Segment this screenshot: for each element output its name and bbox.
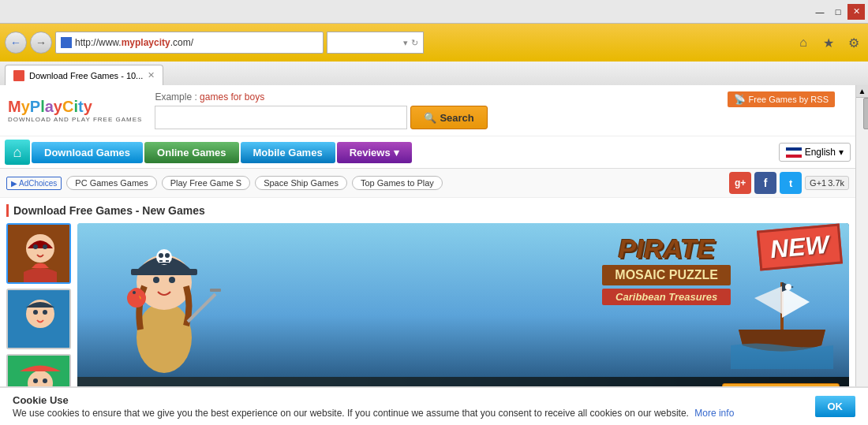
adchoice-play-icon: ▶	[11, 179, 17, 188]
svg-point-13	[137, 302, 192, 373]
cookie-title: Cookie Use	[13, 394, 809, 406]
nav-tabs: ⌂ Download Games Online Games Mobile Gam…	[0, 136, 855, 169]
breadcrumb-tag-1[interactable]: Play Free Game S	[162, 176, 250, 190]
logo-letter-a: a	[45, 99, 54, 114]
logo-letter-y3: y	[84, 99, 92, 114]
svg-point-19	[153, 277, 159, 283]
site-header: M y P l a y C i t y DOWNLOAD AND PLAY FR…	[0, 85, 855, 136]
nav-bar: ← → http://www.myplaycity.com/ ▾ ↻ ⌂ ★ ⚙	[0, 24, 868, 62]
browser-tab[interactable]: Download Free Games - 10... ✕	[5, 65, 163, 85]
address-text: http://www.myplaycity.com/	[75, 37, 193, 48]
section-title: Download Free Games - New Games	[6, 204, 849, 217]
cookie-text-area: Cookie Use We use cookies to ensure that…	[13, 394, 809, 419]
svg-point-11	[33, 378, 38, 383]
nav-icons: ⌂ ★ ⚙	[794, 33, 863, 52]
flag-icon	[786, 147, 802, 158]
scrollbar-thumb[interactable]	[863, 98, 869, 129]
rss-button[interactable]: 📡 Free Games by RSS	[728, 91, 835, 107]
language-dropdown-icon: ▾	[839, 147, 844, 158]
svg-rect-22	[210, 289, 221, 292]
svg-point-20	[169, 277, 175, 283]
facebook-button[interactable]: f	[754, 172, 776, 194]
home-tab-button[interactable]: ⌂	[5, 140, 30, 165]
game-title-sub: Caribbean Treasures	[602, 289, 731, 305]
language-selector[interactable]: English ▾	[779, 143, 851, 162]
svg-point-25	[133, 291, 136, 294]
cookie-bar: Cookie Use We use cookies to ensure that…	[0, 386, 868, 425]
nav-search-box[interactable]: ▾ ↻	[327, 32, 424, 54]
logo-subtitle: DOWNLOAD AND PLAY FREE GAMES	[8, 116, 142, 123]
back-button[interactable]: ←	[5, 32, 27, 54]
svg-point-6	[33, 310, 38, 315]
favorites-button[interactable]: ★	[819, 33, 838, 52]
adchoice-button[interactable]: ▶ AdChoices	[6, 177, 62, 190]
page-wrapper: M y P l a y C i t y DOWNLOAD AND PLAY FR…	[0, 85, 868, 425]
thumb-1-image	[8, 225, 71, 284]
settings-button[interactable]: ⚙	[844, 33, 863, 52]
search-row: 🔍 Search	[155, 106, 487, 129]
tab-close-button[interactable]: ✕	[148, 70, 155, 80]
thumb-2-image	[8, 290, 71, 349]
svg-point-17	[159, 253, 163, 258]
scrollbar[interactable]: ▲ ▼	[855, 85, 868, 425]
address-bar[interactable]: http://www.myplaycity.com/	[55, 32, 324, 54]
tab-bar: Download Free Games - 10... ✕	[0, 62, 868, 85]
banner-image-area: PIRATE MOSAIC PUZZLE Caribbean Treasures…	[77, 223, 849, 377]
search-input[interactable]	[155, 106, 407, 129]
svg-point-12	[43, 378, 47, 383]
rss-icon: 📡	[734, 94, 746, 105]
online-games-tab[interactable]: Online Games	[144, 142, 238, 163]
maximize-button[interactable]: □	[829, 4, 847, 20]
game-title-line2: MOSAIC PUZZLE	[602, 265, 731, 285]
svg-point-18	[165, 253, 170, 258]
logo-letter-p: P	[30, 99, 40, 114]
logo-letter-c: C	[62, 99, 73, 114]
ship	[731, 274, 833, 369]
logo-letter-t: t	[78, 99, 84, 114]
main-content: M y P l a y C i t y DOWNLOAD AND PLAY FR…	[0, 85, 855, 425]
home-nav-button[interactable]: ⌂	[794, 33, 813, 52]
game-title-line1: PIRATE	[602, 235, 731, 262]
logo-letter-y: y	[21, 99, 30, 114]
logo-letter-y2: y	[54, 99, 62, 114]
twitter-button[interactable]: t	[780, 172, 802, 194]
tab-title: Download Free Games - 10...	[29, 71, 143, 80]
breadcrumb-tag-0[interactable]: PC Games Games	[66, 176, 156, 190]
site-logo[interactable]: M y P l a y C i t y DOWNLOAD AND PLAY FR…	[8, 99, 142, 123]
social-buttons: g+ f t G+1 3.7k	[729, 172, 849, 194]
pirate-figure	[101, 227, 227, 377]
minimize-button[interactable]: —	[811, 4, 829, 20]
breadcrumb-tag-3[interactable]: Top Games to Play	[352, 176, 443, 190]
game-thumb-1[interactable]	[6, 223, 71, 284]
search-button[interactable]: 🔍 Search	[410, 106, 487, 129]
svg-point-3	[43, 244, 47, 249]
breadcrumb-bar: ▶ AdChoices PC Games Games Play Free Gam…	[0, 169, 855, 198]
forward-button[interactable]: →	[30, 32, 52, 54]
svg-point-2	[33, 244, 38, 249]
download-games-tab[interactable]: Download Games	[32, 142, 143, 163]
logo-letter-m: M	[8, 99, 21, 114]
scrollbar-up-button[interactable]: ▲	[856, 85, 869, 98]
example-link[interactable]: games for boys	[200, 91, 264, 103]
new-badge: NEW	[757, 224, 843, 271]
google-count-badge: G+1 3.7k	[805, 176, 849, 190]
svg-point-27	[785, 284, 791, 290]
game-thumb-2[interactable]	[6, 289, 71, 349]
svg-point-7	[43, 310, 47, 315]
svg-rect-15	[131, 269, 197, 275]
cookie-body-text: We use cookies to ensure that we give yo…	[13, 408, 689, 419]
title-bar: — □ ✕	[0, 0, 868, 24]
mobile-games-tab[interactable]: Mobile Games	[241, 142, 335, 163]
address-icon	[61, 37, 72, 48]
search-icon: 🔍	[424, 112, 436, 124]
breadcrumb-tag-2[interactable]: Space Ship Games	[255, 176, 347, 190]
reviews-dropdown-icon: ▾	[394, 147, 399, 158]
close-button[interactable]: ✕	[847, 4, 865, 20]
nav-search-input[interactable]	[332, 38, 403, 47]
google-plus-button[interactable]: g+	[729, 172, 751, 194]
reviews-tab[interactable]: Reviews ▾	[337, 142, 412, 163]
game-title-overlay: PIRATE MOSAIC PUZZLE Caribbean Treasures	[602, 235, 731, 305]
search-example-label: Example : games for boys	[155, 91, 264, 103]
more-info-link[interactable]: More info	[694, 408, 734, 419]
cookie-ok-button[interactable]: OK	[815, 396, 856, 417]
